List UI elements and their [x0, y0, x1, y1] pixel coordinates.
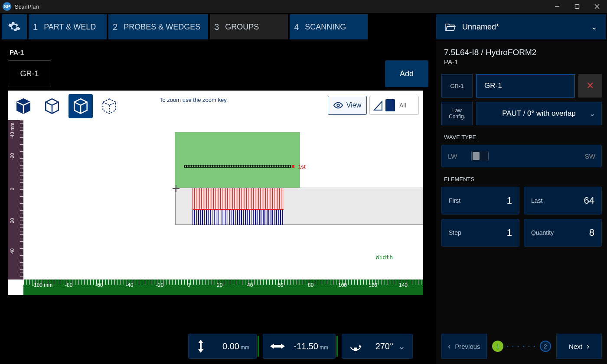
add-button[interactable]: Add [385, 60, 428, 87]
view-button[interactable]: View [328, 96, 367, 115]
all-toggle[interactable]: All [369, 96, 419, 115]
eye-icon [333, 102, 343, 109]
previous-button[interactable]: ‹Previous [441, 334, 487, 359]
first-element-input[interactable]: First1 [441, 187, 519, 214]
law-config-label: LawConfig. [441, 102, 473, 125]
title-bar: SP ScanPlan [0, 0, 607, 13]
group-header: PA-1 [10, 49, 428, 56]
step-dot-2[interactable]: 2 [540, 341, 551, 352]
svg-point-4 [337, 104, 339, 107]
close-button[interactable] [587, 0, 607, 13]
side-panel: 7.5L64-I8 / HydroFORM2 PA-1 GR-1 GR-1 ✕ … [436, 41, 607, 364]
svg-rect-5 [200, 343, 202, 349]
tab-scanning[interactable]: 4SCANNING [290, 14, 368, 39]
width-label: Width [376, 254, 393, 260]
elements-heading: ELEMENTS [444, 176, 602, 182]
view3d-2-button[interactable] [40, 94, 64, 118]
horizontal-ruler: -100 mm -80 -60 -40 -20 0 20 40 60 80 10… [23, 280, 423, 295]
beams-top [193, 188, 284, 209]
maximize-button[interactable] [567, 0, 587, 13]
step-indicator: 1 • • • • • • 2 [490, 341, 553, 352]
view3d-4-button[interactable] [97, 94, 121, 118]
minimize-button[interactable] [547, 0, 567, 13]
view3d-3-button[interactable] [69, 94, 93, 118]
law-config-select[interactable]: PAUT / 0° with overlap⌄ [476, 102, 602, 125]
zoom-hint: To zoom use the zoom key. [160, 97, 228, 103]
wedge-icon [373, 100, 383, 111]
panel-subtitle: PA-1 [444, 58, 599, 65]
app-title: ScanPlan [15, 3, 547, 10]
horizontal-offset-control[interactable]: -11.50mm [263, 334, 336, 359]
last-element-input[interactable]: Last64 [524, 187, 602, 214]
canvas[interactable]: To zoom use the zoom key. View All -40 m… [8, 91, 423, 295]
chevron-down-icon: ⌄ [591, 22, 597, 32]
chevron-down-icon: ⌄ [589, 109, 595, 118]
toggle-switch[interactable] [471, 151, 489, 161]
group-id-label: GR-1 [441, 74, 473, 98]
wave-type-heading: WAVE TYPE [444, 134, 602, 140]
drawing-area[interactable]: 1st Width [23, 120, 423, 280]
svg-rect-1 [575, 5, 579, 9]
file-name: Unnamed* [462, 23, 591, 32]
panel-title: 7.5L64-I8 / HydroFORM2 [444, 48, 599, 57]
tab-groups[interactable]: 3GROUPS [210, 14, 288, 39]
probe-icon [385, 99, 395, 111]
file-dropdown[interactable]: Unnamed* ⌄ [436, 14, 606, 39]
step-element-input[interactable]: Step1 [441, 219, 519, 247]
horizontal-arrows-icon [270, 341, 285, 351]
next-button[interactable]: Next› [556, 334, 602, 359]
element-array: 1st [184, 165, 291, 168]
tab-probes-wedges[interactable]: 2PROBES & WEDGES [108, 14, 208, 39]
workspace: PA-1 GR-1 Add To zoom use the zoom key. … [0, 41, 436, 364]
delete-group-button[interactable]: ✕ [578, 74, 602, 98]
quantity-element-input[interactable]: Quantity8 [524, 219, 602, 247]
view3d-1-button[interactable] [11, 94, 36, 118]
step-dot-1[interactable]: 1 [492, 341, 503, 352]
app-logo: SP [3, 2, 11, 11]
settings-button[interactable] [2, 14, 27, 39]
group-chip[interactable]: GR-1 [8, 60, 51, 87]
origin-marker [173, 185, 179, 192]
folder-open-icon [445, 22, 456, 32]
svg-rect-7 [354, 348, 357, 351]
probe-rect: 1st [175, 132, 300, 188]
svg-rect-6 [274, 345, 281, 348]
beams-bottom [193, 210, 284, 225]
wave-type-toggle[interactable]: LW SW [441, 145, 602, 167]
vertical-ruler: -40 mm -20 0 20 40 [8, 120, 23, 280]
rotation-control[interactable]: 270°⌄ [342, 334, 413, 359]
rotate-icon [349, 341, 362, 352]
group-name-input[interactable]: GR-1 [476, 74, 575, 98]
vertical-offset-control[interactable]: 0.00mm [188, 334, 257, 359]
tab-part-weld[interactable]: 1PART & WELD [29, 14, 107, 39]
vertical-arrows-icon [196, 340, 206, 353]
